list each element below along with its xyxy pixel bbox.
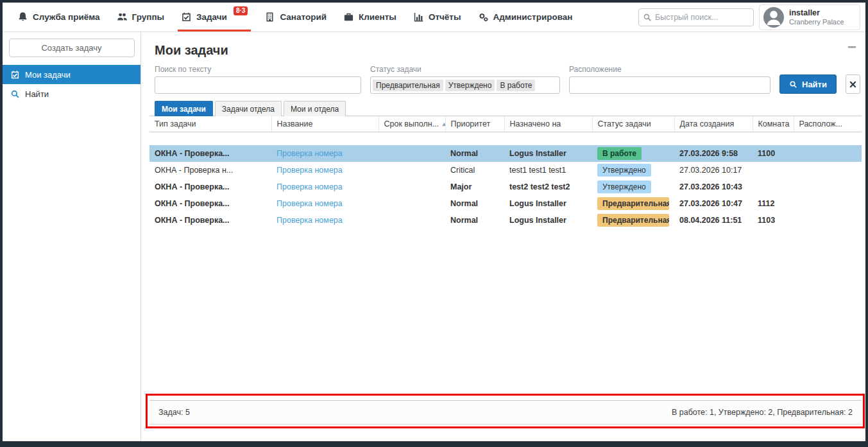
user-name: installer [789, 8, 844, 18]
nav-item-groups[interactable]: Группы [108, 3, 173, 31]
status-badge: Утверждено [597, 164, 651, 177]
user-menu[interactable]: installer Cranberry Palace [759, 4, 860, 30]
col-assignee[interactable]: Назначено на [504, 116, 592, 132]
table-header-row: Тип задачи Название Срок выполн... Приор… [149, 116, 862, 132]
calendar-check-icon [10, 70, 20, 80]
nav-item-sanatorium[interactable]: Санаторий [256, 3, 335, 31]
cell-assignee: test1 test1 test1 [504, 162, 592, 179]
find-button[interactable]: Найти [779, 74, 837, 94]
status-filter-input[interactable]: Предварительная Утверждено В работе [370, 76, 560, 94]
col-task-type[interactable]: Тип задачи [149, 116, 271, 132]
table-row[interactable]: ОКНА - Проверка... Проверка номера Norma… [149, 145, 862, 162]
page-title: Мои задачи [155, 43, 228, 58]
status-chip[interactable]: Утверждено [445, 80, 495, 91]
cell-room: 1100 [753, 145, 794, 162]
cell-priority: Normal [445, 145, 504, 162]
collapse-dash-icon[interactable] [847, 41, 856, 51]
main-header: Мои задачи [149, 32, 862, 59]
task-link[interactable]: Проверка номера [277, 166, 343, 175]
cell-status: Утверждено [592, 162, 674, 179]
col-priority[interactable]: Приоритет [445, 116, 504, 132]
table-spacer-row [149, 132, 862, 145]
cell-due [379, 179, 445, 195]
main-content: Мои задачи Поиск по тексту Статус задачи… [141, 32, 865, 441]
quick-search-input[interactable] [655, 13, 749, 22]
search-icon [789, 80, 797, 89]
tab-mine-and-department[interactable]: Мои и отдела [284, 101, 346, 116]
status-badge: Утверждено [597, 180, 651, 193]
nav-item-tasks[interactable]: Задачи 8·3 [173, 3, 256, 31]
task-link[interactable]: Проверка номера [277, 199, 343, 208]
users-icon [117, 12, 128, 22]
task-link[interactable]: Проверка номера [277, 182, 343, 191]
nav-item-reports[interactable]: Отчёты [405, 3, 470, 31]
create-task-button[interactable]: Создать задачу [9, 39, 135, 57]
cell-created: 27.03.2026 10:43 [674, 179, 753, 195]
col-location[interactable]: Располож... [794, 116, 862, 132]
col-room[interactable]: Комната [753, 116, 794, 132]
text-filter-input[interactable] [155, 76, 361, 94]
sort-ascending-icon [441, 122, 445, 127]
sidebar: Создать задачу Мои задачи Найти [3, 32, 141, 441]
nav-item-reception[interactable]: Служба приёма [9, 3, 108, 31]
table-row[interactable]: ОКНА - Проверка... Проверка номера Norma… [149, 195, 862, 212]
sidebar-item-my-tasks[interactable]: Мои задачи [3, 65, 140, 84]
col-name[interactable]: Название [271, 116, 379, 132]
app-window: Служба приёма Группы Задачи 8·3 Санатори… [0, 0, 868, 447]
nav-item-administration[interactable]: Администрирован [470, 3, 581, 31]
gears-icon [478, 12, 489, 22]
bell-icon [17, 12, 28, 22]
tasks-count: Задач: 5 [158, 408, 190, 417]
table-row[interactable]: ОКНА - Проверка... Проверка номера Norma… [149, 212, 862, 229]
cell-task-type: ОКНА - Проверка... [149, 212, 271, 229]
table-row[interactable]: ОКНА - Проверка... Проверка номера Major… [149, 179, 862, 195]
person-icon [763, 7, 784, 28]
sidebar-item-label: Мои задачи [25, 70, 71, 80]
task-link[interactable]: Проверка номера [277, 149, 343, 158]
close-icon [849, 80, 857, 89]
status-filter-label: Статус задачи [370, 65, 560, 74]
cell-location [794, 195, 862, 212]
status-badge: Предварительная [597, 197, 669, 210]
cell-assignee: Logus Installer [504, 145, 592, 162]
cell-status: Предварительная [592, 212, 674, 229]
location-filter-input[interactable] [569, 76, 770, 94]
cell-room: 1103 [753, 212, 794, 229]
cell-assignee: Logus Installer [504, 195, 592, 212]
cell-room: 1112 [753, 195, 794, 212]
col-created[interactable]: Дата создания [674, 116, 753, 132]
col-due-date[interactable]: Срок выполн... [379, 116, 445, 132]
status-chip[interactable]: Предварительная [373, 80, 443, 91]
cell-due [379, 162, 445, 179]
tab-my-tasks[interactable]: Мои задачи [155, 101, 213, 116]
cell-created: 27.03.2026 10:17 [674, 162, 753, 179]
cell-created: 08.04.2026 11:51 [674, 212, 753, 229]
user-organization: Cranberry Palace [789, 18, 844, 26]
nav-item-clients[interactable]: Клиенты [335, 3, 405, 31]
table-row[interactable]: ОКНА - Проверка н... Проверка номера Cri… [149, 162, 862, 179]
tab-department-tasks[interactable]: Задачи отдела [215, 101, 282, 116]
briefcase-icon [343, 12, 354, 22]
cell-assignee: test2 test2 test2 [504, 179, 592, 195]
status-chip[interactable]: В работе [497, 80, 535, 91]
cell-task-type: ОКНА - Проверка... [149, 145, 271, 162]
cell-task-type: ОКНА - Проверка н... [149, 162, 271, 179]
cell-status: Предварительная [592, 195, 674, 212]
clear-filters-button[interactable] [846, 74, 860, 94]
nav-label: Задачи [196, 12, 227, 22]
nav-label: Группы [132, 12, 165, 22]
text-filter-label: Поиск по тексту [155, 65, 361, 74]
nav-label: Служба приёма [33, 12, 100, 22]
cell-task-type: ОКНА - Проверка... [149, 179, 271, 195]
cell-room [753, 162, 794, 179]
bar-chart-icon [413, 12, 424, 22]
cell-created: 27.03.2026 10:47 [674, 195, 753, 212]
col-status[interactable]: Статус задачи [592, 116, 674, 132]
cell-due [379, 145, 445, 162]
task-link[interactable]: Проверка номера [277, 216, 343, 225]
task-table: Тип задачи Название Срок выполн... Приор… [149, 116, 862, 229]
cell-task-name: Проверка номера [271, 179, 379, 195]
sidebar-item-find[interactable]: Найти [3, 84, 140, 103]
cell-location [794, 179, 862, 195]
cell-location [794, 145, 862, 162]
